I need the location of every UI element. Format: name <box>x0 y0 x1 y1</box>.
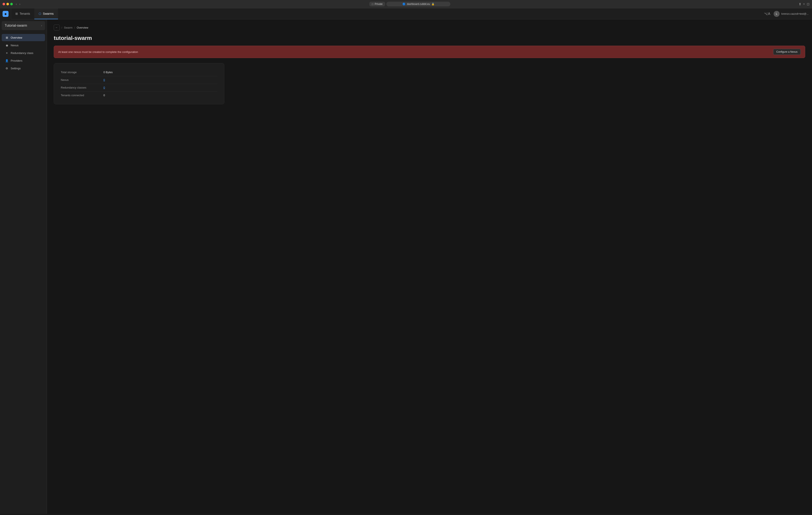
maximize-window-button[interactable] <box>10 3 13 5</box>
total-storage-label: Total storage <box>61 71 104 74</box>
swarms-tab-label: Swarms <box>43 12 54 16</box>
stat-row-total-storage: Total storage 0 Bytes <box>61 69 217 76</box>
address-text: dashboard.cubbit.eu <box>407 3 430 5</box>
sidebar-item-providers[interactable]: 👤 Providers <box>2 57 45 64</box>
sidebar-item-settings-label: Settings <box>11 67 21 70</box>
stat-row-nexus: Nexus 0 <box>61 76 217 84</box>
back-arrow-icon: ← <box>55 26 58 29</box>
stat-row-tenants: Tenants connected 0 <box>61 91 217 99</box>
sidebar: Tutorial-swarm › ⊞ Overview ◉ Nexus ≡ Re… <box>0 20 47 514</box>
private-icon: □ <box>372 3 373 5</box>
alert-banner: At least one nexus must be created to co… <box>54 46 805 58</box>
favicon-icon: 🔵 <box>402 3 406 5</box>
traffic-lights <box>3 3 13 5</box>
share-button[interactable]: ⬆ <box>799 2 801 6</box>
minimize-window-button[interactable] <box>6 3 9 5</box>
sidebar-item-overview[interactable]: ⊞ Overview <box>2 34 45 41</box>
nav-tab-swarms[interactable]: ⬡ Swarms <box>34 8 58 19</box>
app-logo <box>0 8 11 20</box>
redundancy-stat-label: Redundancy classes <box>61 86 104 89</box>
sidebar-item-nexus-label: Nexus <box>11 44 19 47</box>
sidebar-item-redundancy[interactable]: ≡ Redundancy class <box>2 49 45 57</box>
nav-tab-tenants[interactable]: ⊞ Tenants <box>11 8 34 19</box>
tenants-tab-label: Tenants <box>20 12 30 16</box>
sidebar-header-label: Tutorial-swarm <box>5 24 27 28</box>
tenants-connected-label: Tenants connected <box>61 94 104 97</box>
top-nav: ⊞ Tenants ⬡ Swarms ⌥A L lorenzo.cazzoli+… <box>0 8 812 20</box>
sidebar-item-overview-label: Overview <box>11 36 22 39</box>
new-tab-button[interactable]: + <box>803 2 805 6</box>
alert-message-text: At least one nexus must be created to co… <box>58 50 138 54</box>
page-title: tutorial-swarm <box>54 35 805 42</box>
redundancy-stat-value[interactable]: 0 <box>104 86 105 89</box>
app-container: ⊞ Tenants ⬡ Swarms ⌥A L lorenzo.cazzoli+… <box>0 8 812 514</box>
configure-nexus-button[interactable]: Configure a Nexus <box>773 49 801 55</box>
address-bar[interactable]: 🔵 dashboard.cubbit.eu 🔒 <box>386 2 451 6</box>
swarms-icon: ⬡ <box>38 12 41 16</box>
sidebar-item-providers-label: Providers <box>11 59 22 62</box>
breadcrumb-back-button[interactable]: ← <box>54 25 60 30</box>
settings-icon: ⚙ <box>5 66 8 70</box>
content-area: ← / Swarm / Overview tutorial-swarm At l… <box>47 20 812 514</box>
total-storage-value: 0 Bytes <box>104 71 113 74</box>
close-window-button[interactable] <box>3 3 5 5</box>
lock-icon: 🔒 <box>431 3 435 5</box>
browser-nav: ‹ › <box>15 2 21 6</box>
breadcrumb-sep-1: / <box>61 26 62 29</box>
main-area: Tutorial-swarm › ⊞ Overview ◉ Nexus ≡ Re… <box>0 20 812 514</box>
sidebar-chevron-icon: › <box>41 24 42 27</box>
user-info: L lorenzo.cazzoli+test@... <box>774 11 809 17</box>
breadcrumb-sep-2: / <box>74 26 75 29</box>
browser-tab-private[interactable]: □ Private <box>369 2 385 6</box>
nexus-stat-value[interactable]: 0 <box>104 78 105 81</box>
breadcrumb-swarm-link[interactable]: Swarm <box>64 26 72 29</box>
tab-area: □ Private 🔵 dashboard.cubbit.eu 🔒 <box>23 2 796 6</box>
sidebar-item-redundancy-label: Redundancy class <box>11 51 33 55</box>
tab-private-label: Private <box>375 3 382 5</box>
providers-icon: 👤 <box>5 59 8 62</box>
user-avatar: L <box>774 11 780 17</box>
redundancy-icon: ≡ <box>5 51 8 55</box>
sidebar-header[interactable]: Tutorial-swarm › <box>2 21 45 30</box>
forward-nav-button[interactable]: › <box>19 2 21 6</box>
nav-right: ⌥A L lorenzo.cazzoli+test@... <box>759 11 812 17</box>
back-nav-button[interactable]: ‹ <box>15 2 18 6</box>
overview-icon: ⊞ <box>5 36 8 39</box>
tenants-connected-value: 0 <box>104 94 105 97</box>
sidebar-toggle-button[interactable]: ⊡ <box>807 2 809 6</box>
sidebar-item-nexus[interactable]: ◉ Nexus <box>2 42 45 49</box>
stat-row-redundancy: Redundancy classes 0 <box>61 84 217 91</box>
sidebar-nav: ⊞ Overview ◉ Nexus ≡ Redundancy class 👤 … <box>0 32 47 514</box>
tenants-grid-icon: ⊞ <box>16 12 18 16</box>
user-email-label: lorenzo.cazzoli+test@... <box>781 12 809 16</box>
breadcrumb-overview-label: Overview <box>77 26 88 29</box>
browser-actions: ⬆ + ⊡ <box>799 2 809 6</box>
sidebar-item-settings[interactable]: ⚙ Settings <box>2 65 45 72</box>
nexus-icon: ◉ <box>5 44 8 47</box>
stats-card: Total storage 0 Bytes Nexus 0 Redundancy… <box>54 63 224 104</box>
browser-chrome: ‹ › □ Private 🔵 dashboard.cubbit.eu 🔒 ⬆ … <box>0 0 812 8</box>
logo-icon <box>3 11 8 17</box>
breadcrumb: ← / Swarm / Overview <box>54 25 805 30</box>
nav-tabs: ⊞ Tenants ⬡ Swarms <box>11 8 58 19</box>
translate-button[interactable]: ⌥A <box>762 11 772 17</box>
nexus-stat-label: Nexus <box>61 78 104 81</box>
